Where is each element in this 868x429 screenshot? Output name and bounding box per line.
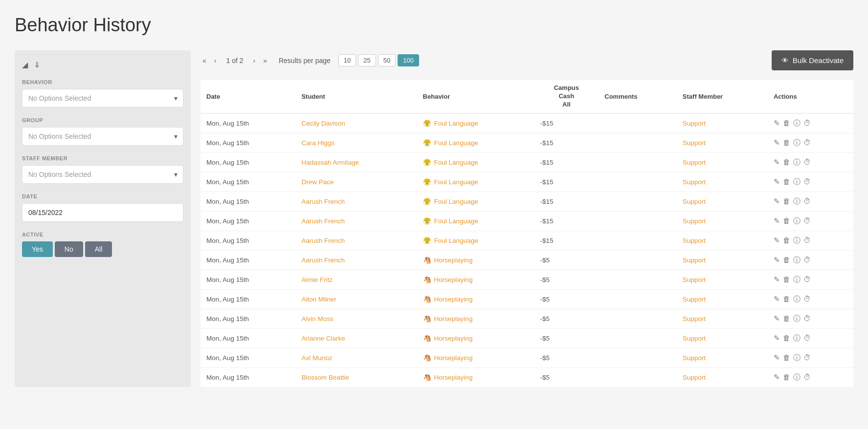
info-icon[interactable]: ⓘ — [793, 256, 801, 265]
behavior-link[interactable]: Horseplaying — [434, 296, 473, 303]
clock-icon[interactable]: ⏱ — [803, 177, 811, 187]
behavior-link[interactable]: Horseplaying — [434, 257, 473, 264]
clock-icon[interactable]: ⏱ — [803, 197, 811, 206]
staff-link[interactable]: Support — [683, 276, 706, 283]
delete-icon[interactable]: 🗑 — [783, 158, 790, 167]
behavior-link[interactable]: Foul Language — [434, 139, 478, 147]
student-link[interactable]: Hadassah Armitage — [301, 159, 359, 166]
staff-member-select[interactable]: No Options Selected — [22, 165, 183, 184]
info-icon[interactable]: ⓘ — [793, 353, 801, 363]
bulk-deactivate-button[interactable]: 👁 Bulk Deactivate — [772, 50, 853, 70]
clock-icon[interactable]: ⏱ — [803, 236, 811, 245]
student-link[interactable]: Alvin Moss — [301, 315, 333, 322]
student-link[interactable]: Blossom Beattie — [301, 374, 349, 381]
info-icon[interactable]: ⓘ — [793, 295, 801, 304]
info-icon[interactable]: ⓘ — [793, 314, 801, 323]
clock-icon[interactable]: ⏱ — [803, 314, 811, 323]
info-icon[interactable]: ⓘ — [793, 197, 801, 206]
behavior-link[interactable]: Horseplaying — [434, 315, 473, 322]
clock-icon[interactable]: ⏱ — [803, 119, 811, 128]
info-icon[interactable]: ⓘ — [793, 177, 801, 187]
info-icon[interactable]: ⓘ — [793, 119, 801, 128]
student-link[interactable]: Aarush French — [301, 217, 345, 225]
student-link[interactable]: Cecily Davison — [301, 120, 345, 127]
student-link[interactable]: Aimie Fritz — [301, 276, 333, 283]
clock-icon[interactable]: ⏱ — [803, 275, 811, 284]
behavior-link[interactable]: Foul Language — [434, 178, 478, 186]
info-icon[interactable]: ⓘ — [793, 334, 801, 343]
results-100[interactable]: 100 — [398, 54, 419, 66]
clock-icon[interactable]: ⏱ — [803, 295, 811, 304]
edit-icon[interactable]: ✎ — [774, 275, 780, 284]
clock-icon[interactable]: ⏱ — [803, 256, 811, 265]
edit-icon[interactable]: ✎ — [774, 177, 780, 187]
edit-icon[interactable]: ✎ — [774, 353, 780, 363]
edit-icon[interactable]: ✎ — [774, 334, 780, 343]
student-link[interactable]: Alton Milner — [301, 296, 336, 303]
behavior-select[interactable]: No Options Selected — [22, 89, 183, 107]
edit-icon[interactable]: ✎ — [774, 216, 780, 226]
behavior-link[interactable]: Horseplaying — [434, 335, 473, 342]
clock-icon[interactable]: ⏱ — [803, 216, 811, 226]
edit-icon[interactable]: ✎ — [774, 197, 780, 206]
results-50[interactable]: 50 — [378, 54, 396, 66]
behavior-link[interactable]: Horseplaying — [434, 276, 473, 283]
staff-link[interactable]: Support — [683, 296, 706, 303]
student-link[interactable]: Aarush French — [301, 257, 345, 264]
staff-link[interactable]: Support — [683, 257, 706, 264]
date-input[interactable] — [22, 203, 183, 222]
student-link[interactable]: Axl Munoz — [301, 354, 332, 362]
prev-page-button[interactable]: ‹ — [212, 56, 219, 65]
info-icon[interactable]: ⓘ — [793, 275, 801, 284]
group-select[interactable]: No Options Selected — [22, 127, 183, 146]
results-25[interactable]: 25 — [358, 54, 376, 66]
student-link[interactable]: Drew Pace — [301, 178, 334, 186]
edit-icon[interactable]: ✎ — [774, 236, 780, 245]
delete-icon[interactable]: 🗑 — [783, 236, 790, 245]
delete-icon[interactable]: 🗑 — [783, 119, 790, 128]
behavior-link[interactable]: Horseplaying — [434, 374, 473, 381]
last-page-button[interactable]: » — [261, 56, 269, 65]
student-link[interactable]: Arianne Clarke — [301, 335, 345, 342]
staff-link[interactable]: Support — [683, 335, 706, 342]
staff-link[interactable]: Support — [683, 159, 706, 166]
behavior-link[interactable]: Foul Language — [434, 198, 478, 205]
delete-icon[interactable]: 🗑 — [783, 216, 790, 226]
staff-link[interactable]: Support — [683, 315, 706, 322]
download-icon[interactable]: ⇓ — [34, 60, 40, 69]
results-10[interactable]: 10 — [338, 54, 356, 66]
delete-icon[interactable]: 🗑 — [783, 373, 790, 382]
active-no-button[interactable]: No — [55, 241, 83, 257]
delete-icon[interactable]: 🗑 — [783, 197, 790, 206]
delete-icon[interactable]: 🗑 — [783, 138, 790, 148]
behavior-link[interactable]: Foul Language — [434, 237, 478, 244]
delete-icon[interactable]: 🗑 — [783, 256, 790, 265]
edit-icon[interactable]: ✎ — [774, 158, 780, 167]
clock-icon[interactable]: ⏱ — [803, 138, 811, 148]
behavior-link[interactable]: Foul Language — [434, 217, 478, 225]
edit-icon[interactable]: ✎ — [774, 314, 780, 323]
staff-link[interactable]: Support — [683, 198, 706, 205]
active-all-button[interactable]: All — [85, 241, 112, 257]
behavior-link[interactable]: Foul Language — [434, 120, 478, 127]
next-page-button[interactable]: › — [251, 56, 258, 65]
delete-icon[interactable]: 🗑 — [783, 295, 790, 304]
staff-link[interactable]: Support — [683, 178, 706, 186]
delete-icon[interactable]: 🗑 — [783, 275, 790, 284]
delete-icon[interactable]: 🗑 — [783, 353, 790, 363]
delete-icon[interactable]: 🗑 — [783, 334, 790, 343]
edit-icon[interactable]: ✎ — [774, 295, 780, 304]
student-link[interactable]: Aarush French — [301, 198, 345, 205]
delete-icon[interactable]: 🗑 — [783, 177, 790, 187]
staff-link[interactable]: Support — [683, 374, 706, 381]
student-link[interactable]: Cara Higgs — [301, 139, 334, 147]
staff-link[interactable]: Support — [683, 120, 706, 127]
edit-icon[interactable]: ✎ — [774, 256, 780, 265]
edit-icon[interactable]: ✎ — [774, 373, 780, 382]
staff-link[interactable]: Support — [683, 217, 706, 225]
staff-link[interactable]: Support — [683, 354, 706, 362]
clock-icon[interactable]: ⏱ — [803, 158, 811, 167]
staff-link[interactable]: Support — [683, 139, 706, 147]
info-icon[interactable]: ⓘ — [793, 373, 801, 382]
delete-icon[interactable]: 🗑 — [783, 314, 790, 323]
